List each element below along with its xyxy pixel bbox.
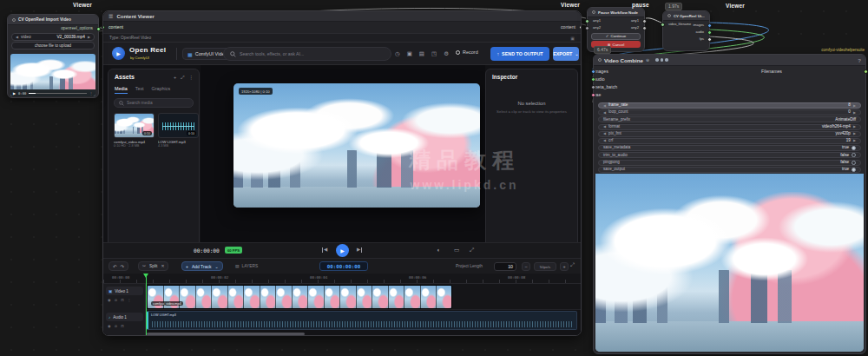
more-icon[interactable]: ⋮ — [89, 91, 93, 96]
fps-output-port[interactable] — [707, 37, 712, 42]
history-icon[interactable]: ◷ — [395, 50, 400, 57]
help-icon[interactable]: ? — [858, 57, 861, 63]
prev-value-icon[interactable]: ◀ — [603, 139, 606, 142]
import-node-header[interactable]: CV OpenReel Import Video — [8, 15, 98, 25]
content-input-port[interactable] — [102, 25, 105, 30]
volume-icon[interactable]: ◖ — [437, 247, 440, 254]
any1-input-port[interactable] — [585, 19, 589, 23]
asset-item-video[interactable]: 0:10 comfyui_video.mp4 0:10 HD · 2.8 MB — [114, 113, 155, 148]
video-track-lane[interactable]: comfyui_video.mp4 — [146, 284, 581, 310]
popout-icon[interactable]: ▣ — [570, 36, 575, 41]
continue-button[interactable]: ✓ Continue — [591, 33, 641, 40]
tab-text[interactable]: Text — [135, 86, 144, 94]
next-value-icon[interactable]: ▶ — [853, 132, 856, 135]
play-button[interactable]: ▶ — [336, 244, 349, 257]
zoom-out-button[interactable]: − — [522, 262, 530, 271]
audio-track-lane[interactable]: LOW LIGHT.mp3 — [146, 310, 581, 333]
next-value-icon[interactable]: ▶ — [853, 104, 856, 108]
next-value-icon[interactable]: ▶ — [88, 34, 90, 40]
mute-icon[interactable]: ⊘ — [115, 298, 118, 302]
import-node-video-preview[interactable]: ▶ 0:00 ⋮ — [10, 54, 95, 96]
collapse-dot-icon[interactable] — [592, 10, 595, 14]
choose-file-button[interactable]: choose file to upload — [11, 42, 95, 49]
toggle-icon[interactable] — [852, 168, 856, 172]
project-length-input[interactable]: 10 — [494, 262, 516, 271]
content-viewer-panel[interactable]: ☰ Content Viewer content content Type: O… — [102, 10, 582, 336]
content-viewer-header[interactable]: ☰ Content Viewer — [103, 11, 581, 22]
asset-search-input[interactable]: Search media — [114, 98, 194, 108]
track-more-icon[interactable]: ⋮ — [128, 298, 131, 302]
next-value-icon[interactable]: ▶ — [853, 139, 856, 142]
lock-icon[interactable]: ⊡ — [121, 324, 124, 328]
timeline-ruler[interactable]: 00:00:0000:00:0200:00:0400:00:0600:00:08 — [103, 274, 581, 284]
lock-icon[interactable]: ⊡ — [121, 298, 124, 302]
combine-node-header[interactable]: Video Combine ⊙ ? — [594, 55, 865, 66]
combine-widget-frame_rate[interactable]: ◀frame_rate8▶ — [598, 102, 861, 109]
next-value-icon[interactable]: ▶ — [853, 125, 856, 129]
pip-icon[interactable]: ▭ — [454, 247, 459, 254]
delete-icon[interactable]: ✕ — [161, 264, 164, 268]
video-combine-node[interactable]: Video Combine ⊙ ? imagesaudiometa_batchv… — [593, 54, 866, 354]
panels-icon[interactable]: ▤ — [419, 50, 424, 57]
combine-video-preview[interactable] — [595, 174, 864, 352]
scissors-icon[interactable]: ✂ — [142, 264, 146, 268]
collapse-dot-icon[interactable] — [598, 58, 602, 62]
cv-openreel-util-node[interactable]: CV OpenReel Ut... video_filename imagesa… — [662, 10, 710, 51]
expand-panel-icon[interactable]: ⤢ — [181, 75, 184, 81]
toggle-icon[interactable] — [852, 146, 856, 150]
undo-icon[interactable]: ↶ — [113, 264, 117, 269]
add-track-button[interactable]: + Add Track ⌄ — [181, 261, 223, 271]
audio-output-port[interactable] — [707, 30, 712, 35]
content-output-port[interactable] — [579, 25, 582, 30]
tab-media[interactable]: Media — [115, 86, 128, 94]
search-input[interactable]: Search tools, effects, or ask AI... — [223, 47, 391, 61]
settings-gear-icon[interactable]: ⚙ — [444, 50, 449, 57]
filenames-output-port[interactable] — [864, 69, 868, 74]
images-output-port[interactable] — [707, 23, 712, 28]
any2-output-port[interactable] — [642, 26, 647, 30]
add-asset-icon[interactable]: + — [174, 75, 176, 81]
combine-widget-crf[interactable]: ◀crf19▶ — [598, 138, 861, 144]
prev-value-icon[interactable]: ◀ — [603, 125, 606, 129]
images-input-port[interactable] — [591, 69, 595, 74]
collapse-dot-icon[interactable] — [667, 14, 671, 17]
video-canvas[interactable]: 1920×1080 | 0:10 — [233, 83, 480, 208]
seek-bar[interactable] — [29, 93, 87, 94]
cv-node-header[interactable]: CV OpenReel Ut... — [663, 11, 709, 21]
record-button[interactable]: Record — [456, 49, 478, 55]
fullscreen-icon[interactable]: ⤢ — [470, 247, 474, 254]
zoom-in-button[interactable]: + — [560, 262, 569, 271]
skip-forward-button[interactable]: ▶ — [357, 247, 362, 253]
toggle-icon[interactable] — [852, 161, 856, 165]
vae-input-port[interactable] — [591, 93, 595, 97]
video-track-header[interactable]: ▣ Video 1 — [106, 287, 143, 295]
toggle-icon[interactable] — [852, 153, 856, 157]
panel-more-icon[interactable]: ⋮ — [189, 75, 194, 81]
pause-node-header[interactable]: Pause Workflow Node — [588, 8, 644, 17]
audio-input-port[interactable] — [591, 77, 595, 82]
audio-clip[interactable]: LOW LIGHT.mp3 — [147, 311, 577, 330]
import-video-node[interactable]: CV OpenReel Import Video openreel_option… — [7, 14, 99, 98]
asset-item-audio[interactable]: 0:10 LOW LIGHT.mp3 4.3 MB — [158, 113, 199, 148]
meta_batch-input-port[interactable] — [591, 85, 595, 89]
combine-widget-format[interactable]: ◀formatvideo/h264-mp4▶ — [598, 124, 861, 130]
pin-icon[interactable]: ⊙ — [646, 57, 649, 63]
combine-widget-trim_to_audio[interactable]: trim_to_audiofalse — [598, 152, 861, 158]
combine-widget-pingpong[interactable]: pingpongfalse — [598, 160, 861, 166]
export-button[interactable]: EXPORT ⌄ — [553, 47, 579, 61]
prev-value-icon[interactable]: ◀ — [603, 111, 606, 115]
video-clip[interactable]: comfyui_video.mp4 — [147, 285, 452, 309]
playhead[interactable] — [146, 274, 147, 336]
prev-value-icon[interactable]: ◀ — [603, 104, 606, 108]
split-button[interactable]: Split — [149, 264, 157, 268]
visibility-icon[interactable]: ◉ — [108, 298, 111, 302]
mute-icon[interactable]: ⊘ — [115, 324, 118, 328]
any2-input-port[interactable] — [585, 26, 589, 30]
skip-back-button[interactable]: ◀ — [322, 247, 327, 253]
prev-value-icon[interactable]: ◀ — [16, 34, 18, 40]
combine-widget-pix_fmt[interactable]: ◀pix_fmtyuv420p▶ — [598, 131, 861, 137]
video-file-widget[interactable]: ◀ video V2_00039.mp4 ▶ — [11, 33, 95, 41]
copy-icon[interactable]: ▣ — [407, 50, 412, 57]
timeline-expand-icon[interactable]: ⤢ — [570, 262, 575, 267]
redo-icon[interactable]: ↷ — [121, 264, 125, 269]
